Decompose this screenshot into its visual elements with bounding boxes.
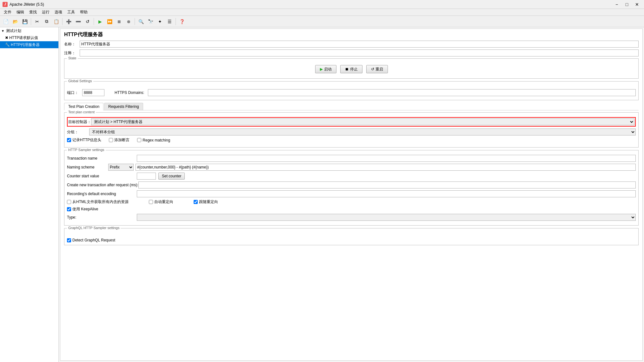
counter-start-input[interactable] (137, 173, 156, 180)
stop-icon: ⏹ (345, 67, 349, 71)
naming-scheme-label: Naming scheme (67, 165, 108, 169)
start-button[interactable]: ▶ 启动 (315, 65, 336, 73)
new-transaction-label: Create new transaction after request (ms… (67, 183, 138, 187)
cb-html-resources-label[interactable]: 从HTML文件获取所有内含的资源 (67, 199, 129, 205)
default-encoding-input[interactable] (137, 190, 636, 197)
test-plan-content-title: Test plan content (67, 110, 96, 114)
global-section-title: Global Settings (67, 79, 93, 83)
cb-record-http-label[interactable]: 记录HTTP信息头 (67, 137, 101, 143)
menu-options[interactable]: 选项 (52, 9, 65, 16)
paste-button[interactable]: 📋 (52, 17, 61, 26)
play-button[interactable]: ▶ (96, 17, 104, 26)
add-button[interactable]: ➕ (64, 17, 73, 26)
set-counter-button[interactable]: Set counter (158, 173, 185, 180)
cut-button[interactable]: ✂ (33, 17, 42, 26)
cb-follow-redirect[interactable] (194, 200, 198, 204)
toolbar-sep5 (176, 18, 176, 25)
reset-button[interactable]: ↺ (83, 17, 92, 26)
new-transaction-input[interactable] (138, 181, 636, 188)
cb-regex[interactable] (137, 138, 141, 142)
graphql-section-title: GraphQL HTTP Sampler settings (67, 226, 121, 230)
comment-row: 注释： (64, 49, 639, 56)
tree-item-label: HTTP请求默认值 (9, 35, 38, 41)
name-input[interactable] (80, 41, 639, 48)
tree-item-test-plan[interactable]: ▼ 测试计划 (0, 27, 58, 34)
https-domains-input[interactable] (148, 89, 636, 96)
cb-auto-redirect[interactable] (149, 200, 153, 204)
name-label: 名称： (64, 42, 78, 47)
cb-add-assertion[interactable] (109, 138, 113, 142)
cb-auto-redirect-text: 自动重定向 (154, 199, 173, 205)
tab-test-plan[interactable]: Test Plan Creation (64, 103, 103, 110)
toolbar-sep1 (31, 18, 31, 25)
plugin-button[interactable]: ✦ (156, 17, 164, 26)
cb-html-resources[interactable] (67, 200, 71, 204)
tree-item-http-proxy[interactable]: 🔧 HTTP代理服务器 (0, 41, 58, 48)
transaction-name-input[interactable] (137, 155, 636, 162)
target-controller-label: 目标控制器： (68, 119, 91, 125)
toolbar-sep4 (135, 18, 135, 25)
state-buttons: ▶ 启动 ⏹ 停止 ↺ 重启 (67, 63, 636, 76)
close-button[interactable]: ✕ (633, 1, 641, 8)
cb-add-assertion-text: 添加断言 (114, 137, 129, 143)
default-encoding-row: Recording's default encoding (67, 190, 636, 197)
menu-tools[interactable]: 工具 (65, 9, 77, 16)
stop-button[interactable]: ⏹ (115, 17, 123, 26)
tree-item-label: 测试计划 (6, 28, 21, 34)
list-button[interactable]: ☰ (165, 17, 174, 26)
cb-follow-redirect-label[interactable]: 跟随重定向 (194, 199, 218, 205)
minimize-button[interactable]: − (612, 1, 621, 8)
tree-item-http-request[interactable]: ✖ HTTP请求默认值 (0, 34, 58, 41)
toolbar-sep3 (94, 18, 94, 25)
target-controller-row: 目标控制器： 测试计划 > HTTP代理服务器 (67, 117, 636, 127)
binoculars-button[interactable]: 🔭 (146, 17, 155, 26)
menu-file[interactable]: 文件 (1, 9, 14, 16)
comment-input[interactable] (80, 49, 639, 56)
stop-button[interactable]: ⏹ 停止 (340, 65, 362, 73)
right-panel: HTTP代理服务器 名称： 注释： State ▶ 启动 (59, 27, 644, 362)
cb-keepalive[interactable] (67, 207, 71, 211)
cb-keepalive-label[interactable]: 使用 KeepAlive (67, 207, 98, 212)
main-layout: ▼ 测试计划 ✖ HTTP请求默认值 🔧 HTTP代理服务器 HTTP代理服务器… (0, 27, 644, 362)
play-all-button[interactable]: ⏩ (105, 17, 114, 26)
menu-run[interactable]: 运行 (39, 9, 52, 16)
content-wrapper: HTTP代理服务器 名称： 注释： State ▶ 启动 (60, 29, 643, 361)
menu-edit[interactable]: 编辑 (14, 9, 27, 16)
help-button[interactable]: ❓ (177, 17, 186, 26)
http-sampler-section: HTTP Sampler settings Transaction name N… (64, 150, 639, 226)
remove-button[interactable]: ➖ (74, 17, 83, 26)
cb-detect-graphql[interactable] (67, 238, 71, 242)
port-label: 端口： (67, 90, 78, 95)
graphql-cb-row: Detect GraphQL Request (67, 234, 636, 242)
target-controller-select[interactable]: 测试计划 > HTTP代理服务器 (91, 118, 634, 125)
tab-requests-filtering[interactable]: Requests Filtering (104, 103, 143, 110)
grouping-select[interactable]: 不对样本分组 (89, 128, 636, 135)
copy-button[interactable]: ⧉ (42, 17, 51, 26)
counter-start-label: Counter start value (67, 174, 137, 178)
restart-icon: ↺ (371, 67, 374, 71)
maximize-button[interactable]: □ (622, 1, 631, 8)
type-row: Type: (67, 214, 636, 221)
cb-add-assertion-label[interactable]: 添加断言 (109, 137, 129, 143)
naming-pattern-input[interactable] (136, 164, 636, 171)
menubar: 文件 编辑 查找 运行 选项 工具 帮助 (0, 9, 644, 16)
cb-record-http-text: 记录HTTP信息头 (72, 137, 101, 143)
cb-detect-graphql-label[interactable]: Detect GraphQL Request (67, 238, 115, 242)
cb-record-http[interactable] (67, 138, 71, 142)
port-input[interactable] (82, 89, 104, 96)
type-select[interactable] (137, 214, 636, 221)
global-settings-section: Global Settings 端口： HTTPS Domains: (64, 81, 639, 100)
app-title: Apache JMeter (5.5) (10, 2, 44, 7)
menu-search[interactable]: 查找 (27, 9, 39, 16)
state-section: State ▶ 启动 ⏹ 停止 ↺ 重启 (64, 58, 639, 79)
save-button[interactable]: 💾 (20, 17, 29, 26)
new-button[interactable]: 📄 (1, 17, 10, 26)
stop-all-button[interactable]: ⏺ (124, 17, 133, 26)
naming-scheme-select[interactable]: Prefix Format (108, 164, 134, 171)
open-button[interactable]: 📂 (11, 17, 20, 26)
cb-regex-label[interactable]: Regex matching (137, 138, 170, 142)
menu-help[interactable]: 帮助 (77, 9, 90, 16)
search-button[interactable]: 🔍 (136, 17, 145, 26)
restart-button[interactable]: ↺ 重启 (366, 65, 388, 73)
cb-auto-redirect-label[interactable]: 自动重定向 (149, 199, 173, 205)
